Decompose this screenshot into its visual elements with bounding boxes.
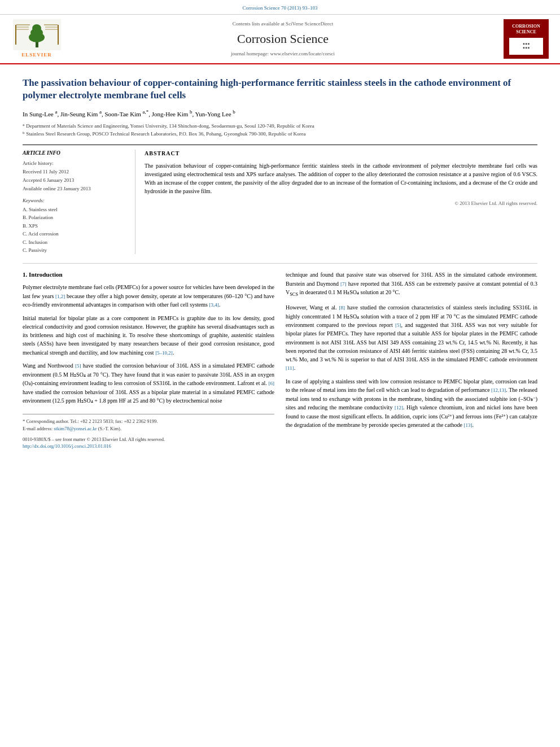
- cs-logo-line1: CORROSION: [512, 24, 540, 29]
- right-para-1: technique and found that passive state w…: [286, 270, 537, 299]
- footnote-email: E-mail address: stkim78@yonsei.ac.kr (S.…: [23, 425, 274, 433]
- keyword-6: C. Passivity: [23, 246, 128, 254]
- journal-reference: Corrosion Science 70 (2013) 93–103: [243, 5, 318, 11]
- keyword-3: B. XPS: [23, 222, 128, 230]
- right-para-2: However, Wang et al. [8] have studied th…: [286, 303, 537, 373]
- issn-text: 0010-9380X/$ – see front matter © 2013 E…: [23, 436, 165, 442]
- ref-12-13: [12,13]: [491, 387, 506, 393]
- ref-13b: [13]: [463, 422, 472, 428]
- cs-logo-inner: ■ ■ ■ ■ ■ ■: [523, 42, 530, 50]
- article-title: The passivation behaviour of copper-cont…: [23, 77, 537, 102]
- available-date: Available online 23 January 2013: [23, 185, 128, 193]
- journal-title-main: Corrosion Science: [68, 30, 498, 48]
- info-abstract-section: ARTICLE INFO Article history: Received 1…: [23, 145, 537, 254]
- abstract-text: The passivation behaviour of copper-cont…: [145, 161, 537, 195]
- footnote-corresponding: * Corresponding author. Tel.: +82 2 2123…: [23, 418, 274, 425]
- footnote-issn: 0010-9380X/$ – see front matter © 2013 E…: [23, 436, 274, 443]
- copyright-notice: © 2013 Elsevier Ltd. All rights reserved…: [145, 200, 537, 207]
- keyword-2: B. Polarization: [23, 213, 128, 221]
- elsevier-logo: ELSEVIER: [11, 19, 62, 59]
- elsevier-tree-svg: [13, 19, 61, 50]
- journal-header: ELSEVIER Contents lists available at Sci…: [0, 15, 560, 64]
- header-center: Contents lists available at SciVerse Sci…: [68, 20, 498, 58]
- abstract-title: ABSTRACT: [145, 150, 537, 158]
- history-label: Article history:: [23, 160, 128, 167]
- keyword-5: C. Inclusion: [23, 238, 128, 246]
- keyword-1: A. Stainless steel: [23, 206, 128, 213]
- email-name-text: (S.-T. Kim).: [98, 426, 121, 431]
- intro-para-1: Polymer electrolyte membrane fuel cells …: [23, 283, 274, 309]
- footnote-section: * Corresponding author. Tel.: +82 2 2123…: [23, 414, 274, 450]
- left-column: 1. Introduction Polymer electrolyte memb…: [23, 270, 274, 450]
- ref-6: [6]: [269, 381, 275, 386]
- section-divider: [23, 263, 537, 264]
- elsevier-wordmark: ELSEVIER: [21, 51, 52, 59]
- intro-para-2: Initial material for bipolar plate as a …: [23, 314, 274, 357]
- page-wrapper: Corrosion Science 70 (2013) 93–103: [0, 0, 560, 461]
- email-label-text: E-mail address:: [23, 426, 53, 431]
- doi-link[interactable]: http://dx.doi.org/10.1016/j.corsci.2013.…: [23, 443, 111, 449]
- ref-7: [7]: [340, 281, 347, 287]
- contents-text: Contents lists available at SciVerse Sci…: [233, 21, 334, 27]
- authors-line: In Sung-Lee a, Jin-Seung Kim a, Soon-Tae…: [23, 108, 537, 119]
- contents-availability: Contents lists available at SciVerse Sci…: [68, 20, 498, 28]
- keywords-label: Keywords:: [23, 197, 128, 204]
- article-info-panel: ARTICLE INFO Article history: Received 1…: [23, 150, 135, 254]
- ref-5b: [5]: [395, 322, 401, 328]
- ref-12b: [12]: [395, 405, 403, 410]
- svg-point-4: [32, 24, 41, 32]
- cs-logo-line2: SCIENCE: [516, 29, 536, 35]
- right-column: technique and found that passive state w…: [286, 270, 537, 450]
- affiliation-a: ᵃ Department of Materials Science and En…: [23, 123, 537, 130]
- accepted-date: Accepted 6 January 2013: [23, 177, 128, 184]
- keyword-4: C. Acid corrosion: [23, 230, 128, 238]
- email-link[interactable]: stkim78@yonsei.ac.kr: [54, 426, 97, 431]
- article-info-title: ARTICLE INFO: [23, 150, 128, 158]
- right-para-3: In case of applying a stainless steel wi…: [286, 377, 537, 430]
- ref-5: [5]: [75, 363, 81, 369]
- ref-11: [11]: [286, 365, 294, 371]
- affiliations: ᵃ Department of Materials Science and En…: [23, 123, 537, 138]
- footnote-doi: http://dx.doi.org/10.1016/j.corsci.2013.…: [23, 443, 274, 450]
- corrosion-science-logo: CORROSION SCIENCE ■ ■ ■ ■ ■ ■: [504, 19, 549, 59]
- introduction-title: 1. Introduction: [23, 270, 274, 279]
- main-content: 1. Introduction Polymer electrolyte memb…: [23, 270, 537, 450]
- article-body: The passivation behaviour of copper-cont…: [0, 64, 560, 461]
- cs-logo-box: CORROSION SCIENCE ■ ■ ■ ■ ■ ■: [504, 19, 549, 59]
- ref-3-4: [3,4]: [209, 302, 218, 308]
- journal-homepage-link: journal homepage: www.elsevier.com/locat…: [68, 50, 498, 58]
- corresponding-author-text: * Corresponding author. Tel.: +82 2 2123…: [23, 418, 158, 424]
- authors-text: In Sung-Lee a, Jin-Seung Kim a, Soon-Tae…: [23, 111, 235, 117]
- abstract-panel: ABSTRACT The passivation behaviour of co…: [145, 150, 537, 254]
- affiliation-b: ᵇ Stainless Steel Research Group, POSCO …: [23, 130, 537, 138]
- received-date: Received 11 July 2012: [23, 168, 128, 176]
- intro-para-3: Wang and Northwood [5] have studied the …: [23, 361, 274, 405]
- top-bar: Corrosion Science 70 (2013) 93–103: [0, 0, 560, 15]
- ref-8: [8]: [339, 305, 345, 311]
- keywords-section: Keywords: A. Stainless steel B. Polariza…: [23, 197, 128, 254]
- ref-5-10: [5–10,2]: [155, 350, 173, 356]
- ref-1-2: [1,2]: [55, 294, 65, 299]
